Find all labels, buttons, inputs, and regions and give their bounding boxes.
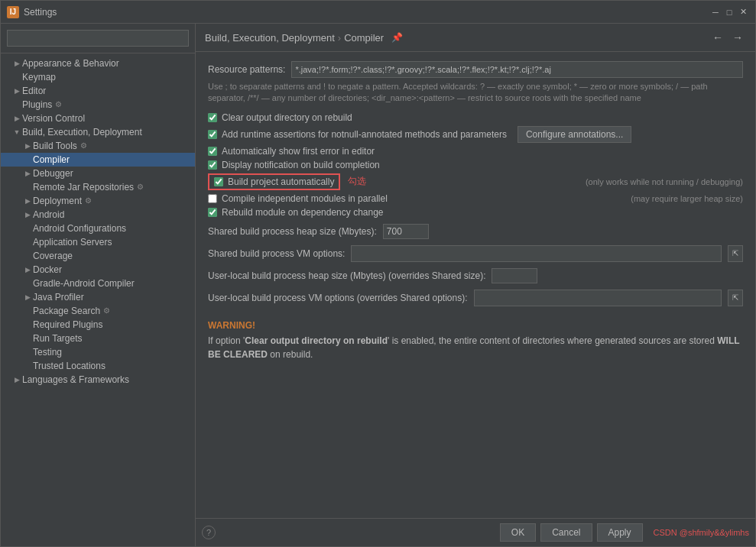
sidebar-item-build-execution-deployment[interactable]: Build, Execution, Deployment: [1, 125, 195, 139]
rebuild-dependency-checkbox[interactable]: [208, 208, 217, 217]
settings-icon: ⚙: [103, 306, 112, 316]
sidebar-item-application-servers[interactable]: Application Servers: [1, 235, 195, 249]
close-button[interactable]: ✕: [737, 6, 749, 18]
arrow-icon: [22, 196, 33, 206]
shared-vm-expand-button[interactable]: ⇱: [728, 245, 743, 262]
warning-title: WARNING!: [208, 320, 743, 331]
build-automatically-label: Build project automatically: [228, 176, 334, 187]
window-controls: ─ □ ✕: [709, 6, 749, 18]
sidebar-item-build-tools[interactable]: Build Tools ⚙: [1, 139, 195, 153]
shared-heap-label: Shared build process heap size (Mbytes):: [208, 226, 377, 237]
resource-patterns-row: Resource patterns:: [208, 61, 743, 78]
sidebar-item-editor[interactable]: Editor: [1, 84, 195, 98]
back-button[interactable]: ←: [709, 30, 726, 45]
nav-arrows: ← →: [709, 30, 746, 45]
sidebar-item-testing[interactable]: Testing: [1, 345, 195, 359]
sidebar-item-appearance-behavior[interactable]: Appearance & Behavior: [1, 57, 195, 70]
user-vm-input[interactable]: [474, 290, 722, 306]
settings-icon: ⚙: [80, 141, 89, 151]
user-heap-row: User-local build process heap size (Mbyt…: [208, 268, 743, 283]
resource-patterns-input[interactable]: [291, 61, 743, 78]
breadcrumb-separator: ›: [338, 32, 341, 44]
settings-icon: ⚙: [137, 183, 146, 192]
sidebar-item-docker[interactable]: Docker: [1, 263, 195, 277]
panel-header: Build, Execution, Deployment › Compiler …: [196, 24, 755, 52]
compile-parallel-row: Compile independent modules in parallel …: [208, 193, 743, 204]
settings-icon: ⚙: [55, 100, 64, 109]
sidebar-item-coverage[interactable]: Coverage: [1, 249, 195, 263]
user-heap-input[interactable]: [492, 268, 537, 283]
configure-annotations-button[interactable]: Configure annotations...: [518, 126, 631, 143]
sidebar-item-trusted-locations[interactable]: Trusted Locations: [1, 359, 195, 373]
ok-button[interactable]: OK: [500, 523, 536, 542]
apply-button[interactable]: Apply: [597, 523, 643, 542]
add-runtime-assertions-label: Add runtime assertions for notnull-annot…: [222, 129, 507, 140]
breadcrumb-parent: Build, Execution, Deployment: [205, 32, 335, 44]
build-automatically-row: Build project automatically 勾选 (only wor…: [208, 173, 743, 190]
arrow-icon: [11, 86, 22, 96]
shared-vm-input[interactable]: [351, 245, 722, 262]
clear-output-checkbox[interactable]: [208, 113, 217, 122]
search-input[interactable]: [7, 30, 189, 47]
sidebar-item-keymap[interactable]: Keymap: [1, 70, 195, 84]
sidebar-tree: Appearance & Behavior Keymap Editor Plug…: [1, 53, 195, 546]
arrow-icon: [11, 113, 22, 124]
build-auto-note: (only works while not running / debuggin…: [573, 177, 743, 186]
sidebar-item-plugins[interactable]: Plugins ⚙: [1, 98, 195, 112]
settings-window: IJ Settings ─ □ ✕ Appearance & Behavior: [0, 0, 756, 547]
sidebar-item-required-plugins[interactable]: Required Plugins: [1, 318, 195, 332]
sidebar: Appearance & Behavior Keymap Editor Plug…: [1, 24, 196, 546]
show-first-error-row: Automatically show first error in editor: [208, 146, 743, 157]
shared-vm-row: Shared build process VM options: ⇱: [208, 245, 743, 262]
user-heap-label: User-local build process heap size (Mbyt…: [208, 270, 485, 281]
clear-output-row: Clear output directory on rebuild: [208, 112, 743, 123]
sidebar-item-remote-jar-repositories[interactable]: Remote Jar Repositories ⚙: [1, 180, 195, 194]
warning-text: If option 'Clear output directory on reb…: [208, 334, 743, 361]
window-title: Settings: [24, 7, 709, 18]
bottom-bar: ? OK Cancel Apply CSDN @shfmily&&ylimhs: [196, 518, 755, 546]
forward-button[interactable]: →: [729, 30, 746, 45]
add-runtime-assertions-checkbox[interactable]: [208, 130, 217, 139]
build-automatically-highlight: Build project automatically: [208, 173, 340, 190]
sidebar-item-compiler[interactable]: Compiler: [1, 153, 195, 167]
sidebar-item-java-profiler[interactable]: Java Profiler: [1, 290, 195, 304]
title-bar: IJ Settings ─ □ ✕: [1, 1, 755, 24]
arrow-icon: [11, 127, 22, 138]
settings-icon: ⚙: [85, 196, 94, 206]
arrow-icon: [22, 292, 33, 303]
show-first-error-label: Automatically show first error in editor: [222, 146, 375, 157]
display-notification-checkbox[interactable]: [208, 160, 217, 170]
resource-patterns-hint: Use ; to separate patterns and ! to nega…: [208, 81, 743, 105]
user-vm-label: User-local build process VM options (ove…: [208, 293, 468, 303]
maximize-button[interactable]: □: [723, 6, 735, 18]
sidebar-item-deployment[interactable]: Deployment ⚙: [1, 194, 195, 208]
compile-parallel-checkbox[interactable]: [208, 194, 217, 203]
pin-icon: 📌: [391, 32, 403, 43]
arrow-icon: [22, 141, 33, 151]
arrow-icon: [11, 374, 22, 385]
user-vm-row: User-local build process VM options (ove…: [208, 290, 743, 306]
sidebar-item-version-control[interactable]: Version Control: [1, 112, 195, 125]
user-vm-expand-button[interactable]: ⇱: [728, 290, 743, 306]
sidebar-item-package-search[interactable]: Package Search ⚙: [1, 304, 195, 318]
minimize-button[interactable]: ─: [709, 6, 722, 18]
compile-parallel-note: (may require larger heap size): [618, 194, 743, 203]
help-button[interactable]: ?: [202, 526, 216, 539]
breadcrumb-current: Compiler: [344, 32, 384, 44]
sidebar-item-debugger[interactable]: Debugger: [1, 167, 195, 180]
cancel-button[interactable]: Cancel: [540, 523, 592, 542]
build-automatically-checkbox[interactable]: [214, 177, 223, 186]
sidebar-item-android-configurations[interactable]: Android Configurations: [1, 222, 195, 235]
add-runtime-assertions-row: Add runtime assertions for notnull-annot…: [208, 126, 743, 143]
resource-patterns-label: Resource patterns:: [208, 64, 285, 75]
show-first-error-checkbox[interactable]: [208, 147, 217, 156]
arrow-icon: [22, 168, 33, 179]
warning-box: WARNING! If option 'Clear output directo…: [208, 314, 743, 367]
shared-heap-input[interactable]: [383, 224, 429, 239]
sidebar-item-android[interactable]: Android: [1, 208, 195, 222]
sidebar-item-languages-frameworks[interactable]: Languages & Frameworks: [1, 373, 195, 387]
panel-body: Resource patterns: Use ; to separate pat…: [196, 52, 755, 518]
sidebar-item-run-targets[interactable]: Run Targets: [1, 332, 195, 345]
sidebar-item-gradle-android-compiler[interactable]: Gradle-Android Compiler: [1, 277, 195, 290]
compile-parallel-label: Compile independent modules in parallel: [222, 193, 388, 204]
